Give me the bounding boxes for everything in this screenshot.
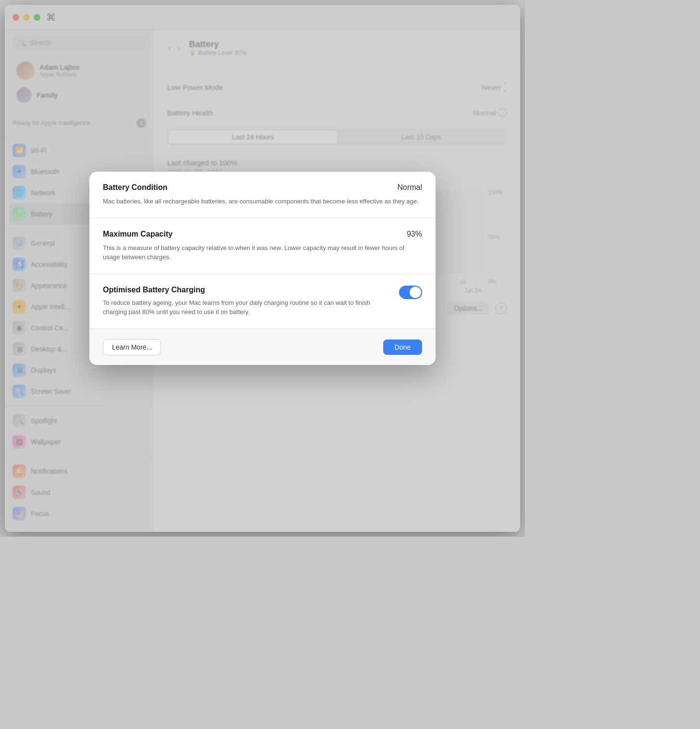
main-window: ⌘ 🔍 Adam Lajtos Apple Account xyxy=(5,5,520,532)
optimised-charging-text: Optimised Battery Charging To reduce bat… xyxy=(103,286,399,317)
optimised-charging-row: Optimised Battery Charging To reduce bat… xyxy=(103,286,422,317)
maximum-capacity-title: Maximum Capacity xyxy=(103,230,173,239)
maximum-capacity-value: 93% xyxy=(407,230,422,239)
modal-footer: Learn More... Done xyxy=(89,329,436,365)
optimised-charging-section: Optimised Battery Charging To reduce bat… xyxy=(89,274,436,329)
battery-condition-section: Battery Condition Normal Mac batteries, … xyxy=(89,172,436,218)
battery-health-modal: Battery Condition Normal Mac batteries, … xyxy=(89,172,436,365)
toggle-knob xyxy=(410,287,421,298)
learn-more-button[interactable]: Learn More... xyxy=(103,339,161,355)
maximum-capacity-desc: This is a measure of battery capacity re… xyxy=(103,243,422,262)
battery-condition-header: Battery Condition Normal xyxy=(103,183,422,192)
battery-condition-desc: Mac batteries, like all rechargeable bat… xyxy=(103,197,422,206)
done-button[interactable]: Done xyxy=(383,339,422,355)
modal-overlay: Battery Condition Normal Mac batteries, … xyxy=(5,5,520,532)
battery-condition-title: Battery Condition xyxy=(103,183,167,192)
battery-condition-value: Normal xyxy=(397,183,422,192)
optimised-charging-toggle[interactable] xyxy=(399,286,422,299)
optimised-charging-desc: To reduce battery ageing, your Mac learn… xyxy=(103,298,389,317)
optimised-charging-title: Optimised Battery Charging xyxy=(103,286,389,294)
maximum-capacity-header: Maximum Capacity 93% xyxy=(103,230,422,239)
maximum-capacity-section: Maximum Capacity 93% This is a measure o… xyxy=(89,218,436,274)
